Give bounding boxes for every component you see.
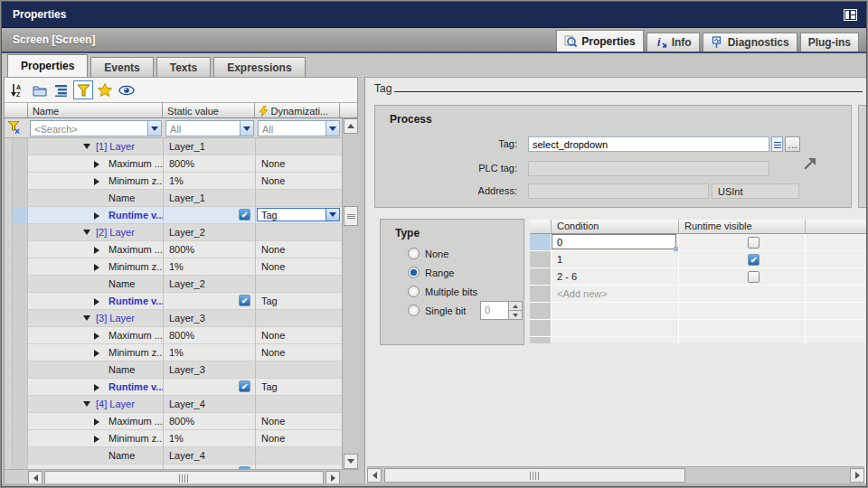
collapse-icon[interactable]	[83, 315, 90, 321]
condition-edit-input[interactable]: 0	[552, 234, 676, 249]
expand-icon[interactable]	[94, 178, 99, 185]
expand-icon[interactable]	[94, 212, 99, 220]
pane-layout-icon[interactable]	[844, 9, 857, 21]
condition-header-condition[interactable]: Condition	[552, 220, 679, 234]
radio-selected[interactable]	[408, 267, 420, 278]
condition-header-runtime-visible[interactable]: Runtime visible	[679, 220, 806, 234]
scroll-up-button[interactable]	[344, 118, 358, 134]
grid-row-maximum[interactable]: Maximum ...800%None	[5, 241, 342, 258]
condition-row[interactable]: <Add new>	[530, 286, 867, 303]
header-name[interactable]: Name	[28, 103, 163, 118]
clear-filter-icon[interactable]: ×	[7, 121, 25, 136]
spinner-down-button[interactable]	[508, 311, 522, 319]
condition-cell[interactable]: <Add new>	[552, 286, 679, 303]
grid-row-minimum-z[interactable]: Minimum z...1%None	[5, 430, 342, 447]
radio-unselected[interactable]	[408, 248, 420, 259]
grid-row-name[interactable]: NameLayer_3	[5, 361, 342, 379]
dynamization-dropdown[interactable]: Tag	[257, 208, 340, 221]
tab-expressions[interactable]: Expressions	[213, 57, 305, 77]
static-value-filter-combo[interactable]: All	[165, 120, 254, 136]
grid-row-3-layer[interactable]: [3] LayerLayer_3	[5, 310, 342, 327]
overview-list-icon[interactable]	[53, 82, 70, 99]
checkbox-unchecked[interactable]	[748, 237, 760, 249]
radio-option-multiple-bits[interactable]: Multiple bits	[408, 285, 477, 298]
spinner-up-button[interactable]	[508, 302, 522, 311]
scroll-down-button[interactable]	[344, 454, 358, 469]
header-dynamization[interactable]: Dynamizati...	[255, 103, 341, 118]
goto-plc-tag-icon[interactable]	[803, 158, 816, 171]
collapse-icon[interactable]	[83, 401, 90, 407]
checkbox-checked[interactable]	[748, 254, 760, 266]
checkbox-checked[interactable]	[239, 209, 250, 221]
collapse-icon[interactable]	[83, 230, 90, 235]
eye-icon[interactable]	[118, 82, 135, 99]
checkbox-checked[interactable]	[239, 295, 250, 306]
checkbox-checked[interactable]	[239, 380, 250, 392]
runtime-visible-cell[interactable]	[679, 268, 806, 286]
expand-icon[interactable]	[94, 333, 99, 340]
grid-row-name[interactable]: NameLayer_4	[5, 447, 342, 465]
tab-events[interactable]: Events	[90, 57, 153, 77]
expand-icon[interactable]	[94, 298, 99, 305]
runtime-visible-cell[interactable]	[679, 286, 806, 303]
grid-row-runtime-v[interactable]: Runtime v...Tag	[5, 293, 342, 310]
view-tab-diagnostics[interactable]: Diagnostics	[703, 33, 797, 52]
grid-row-minimum-z[interactable]: Minimum z...1%None	[5, 173, 342, 190]
grid-row-runtime-v[interactable]: Runtime v...Tag	[5, 207, 342, 224]
view-tab-properties[interactable]: Properties	[556, 30, 643, 52]
view-tab-info[interactable]: iInfo	[646, 33, 700, 52]
dynamization-filter-combo[interactable]: All	[258, 120, 340, 136]
grid-row-maximum[interactable]: Maximum ...800%None	[5, 413, 342, 430]
runtime-visible-cell[interactable]	[679, 251, 806, 268]
radio-option-single-bit[interactable]: Single bit	[408, 304, 466, 317]
tag-browse-button[interactable]: …	[785, 136, 800, 152]
grid-row-minimum-z[interactable]: Minimum z...1%None	[5, 258, 342, 276]
checkbox-unchecked[interactable]	[748, 271, 760, 283]
grid-row-2-layer[interactable]: [2] LayerLayer_2	[5, 224, 342, 241]
grid-vertical-scrollbar[interactable]	[342, 118, 359, 469]
condition-row[interactable]: 2 - 6	[530, 268, 867, 286]
grid-row-name[interactable]: NameLayer_2	[5, 276, 342, 293]
grid-row-maximum[interactable]: Maximum ...800%None	[5, 327, 342, 344]
condition-cell[interactable]: 0	[552, 234, 679, 251]
condition-row[interactable]: 0	[530, 234, 867, 251]
expand-icon[interactable]	[94, 350, 99, 357]
grid-row-4-layer[interactable]: [4] LayerLayer_4	[5, 396, 342, 413]
view-tab-plug-ins[interactable]: Plug-ins	[800, 33, 859, 52]
grid-row-minimum-z[interactable]: Minimum z...1%None	[5, 344, 342, 361]
expand-icon[interactable]	[94, 264, 99, 271]
tab-properties[interactable]: Properties	[7, 54, 88, 77]
search-filter-dropdown-button[interactable]	[147, 121, 161, 136]
detail-horizontal-scrollbar[interactable]	[367, 466, 864, 483]
expand-icon[interactable]	[94, 161, 99, 168]
expand-icon[interactable]	[94, 384, 99, 391]
tab-texts[interactable]: Texts	[156, 57, 211, 77]
search-filter-combo[interactable]: <Search>	[30, 120, 162, 136]
horizontal-scroll-thumb[interactable]	[384, 468, 685, 483]
single-bit-spinner[interactable]: 0	[480, 301, 523, 320]
dropdown-button[interactable]	[326, 209, 339, 221]
radio-unselected[interactable]	[408, 286, 420, 297]
favorites-icon[interactable]	[97, 82, 113, 99]
filter-icon[interactable]	[73, 80, 93, 99]
runtime-visible-cell[interactable]	[679, 234, 806, 251]
grid-row-name[interactable]: NameLayer_1	[5, 190, 342, 207]
scroll-right-button[interactable]	[850, 468, 864, 483]
condition-cell[interactable]: 1	[552, 251, 679, 268]
expand-icon[interactable]	[94, 436, 99, 443]
condition-cell[interactable]: 2 - 6	[552, 268, 679, 286]
condition-row[interactable]: 1	[530, 251, 867, 268]
radio-option-range[interactable]: Range	[408, 266, 454, 279]
dynamization-filter-dropdown-button[interactable]	[326, 121, 339, 136]
expand-icon[interactable]	[94, 247, 99, 254]
group-category-icon[interactable]	[32, 82, 48, 99]
radio-unselected[interactable]	[408, 305, 420, 316]
header-static-value[interactable]: Static value	[163, 103, 254, 118]
collapse-icon[interactable]	[83, 144, 90, 149]
vertical-scroll-thumb[interactable]	[344, 206, 358, 226]
grid-row-runtime-v[interactable]: Runtime v...Tag	[5, 379, 342, 396]
scroll-left-button[interactable]	[367, 468, 382, 483]
expand-icon[interactable]	[94, 418, 99, 426]
sort-descending-icon[interactable]: AZ	[10, 82, 26, 99]
radio-option-none[interactable]: None	[408, 247, 448, 260]
